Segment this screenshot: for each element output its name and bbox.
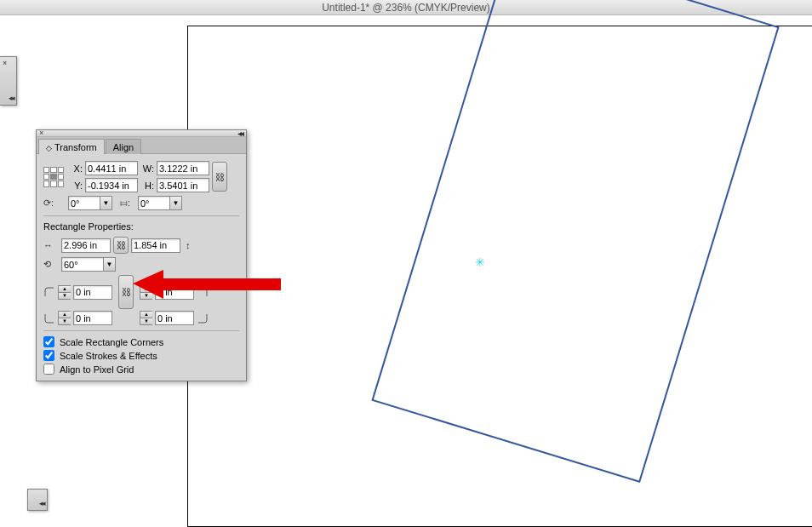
h-input[interactable]: [157, 178, 209, 192]
scale-strokes-checkbox[interactable]: Scale Strokes & Effects: [43, 350, 239, 361]
corner-tr-stepper[interactable]: ▲▼: [140, 285, 152, 300]
height-icon: ↕: [186, 240, 201, 250]
divider: [43, 330, 239, 331]
y-input[interactable]: [85, 178, 138, 192]
rect-width-input[interactable]: [61, 238, 111, 253]
shear-icon: ⧦:: [120, 198, 135, 209]
corner-bl-icon: [43, 311, 55, 325]
chevron-icon[interactable]: ◂◂: [39, 499, 44, 507]
close-icon[interactable]: ×: [3, 59, 7, 67]
artboard[interactable]: [187, 26, 812, 527]
shear-input[interactable]: [138, 196, 170, 210]
x-label: X:: [69, 163, 83, 174]
tab-transform[interactable]: ◇Transform: [38, 139, 105, 154]
divider: [43, 215, 239, 216]
align-pixel-grid-checkbox[interactable]: Align to Pixel Grid: [43, 364, 239, 375]
rect-height-input[interactable]: [131, 238, 180, 253]
position-row: X: W: Y: H: ⛓: [43, 161, 239, 192]
w-input[interactable]: [157, 161, 209, 175]
chevron-icon[interactable]: ◂◂: [9, 94, 14, 102]
constrain-rect-button[interactable]: ⛓: [113, 237, 129, 254]
corner-tr-input[interactable]: [155, 285, 194, 300]
scale-corners-checkbox[interactable]: Scale Rectangle Corners: [43, 336, 239, 347]
selected-rectangle[interactable]: [371, 0, 779, 483]
panel-header: × ◂◂: [37, 130, 246, 137]
corner-bl-input[interactable]: [73, 311, 112, 325]
collapsed-panel-2[interactable]: ◂◂: [27, 489, 48, 511]
transform-panel: × ◂◂ ◇Transform Align X: W: Y:: [36, 129, 247, 381]
y-label: Y:: [69, 180, 83, 191]
rect-angle-dropdown[interactable]: ▼: [104, 257, 116, 272]
width-icon: ↔: [43, 240, 59, 250]
rotate-input[interactable]: [68, 196, 100, 210]
scale-corners-label: Scale Rectangle Corners: [60, 337, 163, 347]
corner-tl-icon: [43, 285, 55, 300]
rotate-icon: ⟳:: [43, 198, 66, 209]
center-point-icon: ✳: [475, 255, 485, 269]
corner-tl-input[interactable]: [73, 285, 112, 300]
h-label: H:: [140, 180, 154, 191]
w-label: W:: [140, 163, 154, 174]
collapsed-panel-1[interactable]: × ◂◂: [0, 56, 17, 106]
collapse-icon[interactable]: ◂◂: [237, 129, 243, 138]
shear-dropdown[interactable]: ▼: [170, 196, 182, 210]
corner-tl-stepper[interactable]: ▲▼: [58, 285, 71, 300]
reference-point-grid[interactable]: [43, 167, 64, 187]
close-icon[interactable]: ×: [39, 129, 43, 137]
panel-tabs: ◇Transform Align: [37, 137, 246, 154]
corner-br-icon: [197, 311, 209, 325]
corner-br-input[interactable]: [155, 311, 194, 325]
rect-angle-row: ⟲ ▼: [43, 257, 239, 272]
x-input[interactable]: [85, 161, 138, 175]
rect-size-row: ↔ ⛓ ↕: [43, 237, 239, 254]
rect-props-title: Rectangle Properties:: [43, 221, 239, 232]
constrain-corners-button[interactable]: ⛓: [118, 275, 134, 309]
tab-align[interactable]: Align: [106, 139, 141, 154]
corner-row-1: ▲▼ ⛓ ▲▼: [43, 275, 239, 309]
align-pixel-grid-label: Align to Pixel Grid: [60, 364, 134, 375]
rect-angle-input[interactable]: [61, 257, 104, 272]
rotate-shear-row: ⟳: ▼ ⧦: ▼: [43, 196, 239, 210]
corner-tr-icon: [197, 285, 209, 300]
rotate-dropdown[interactable]: ▼: [100, 196, 112, 210]
constrain-wh-button[interactable]: ⛓: [212, 162, 227, 192]
corner-br-stepper[interactable]: ▲▼: [140, 311, 152, 325]
corner-row-2: ▲▼ ▲▼: [43, 311, 239, 325]
scale-strokes-label: Scale Strokes & Effects: [60, 351, 157, 361]
corner-bl-stepper[interactable]: ▲▼: [58, 311, 71, 325]
angle-icon: ⟲: [43, 259, 59, 270]
